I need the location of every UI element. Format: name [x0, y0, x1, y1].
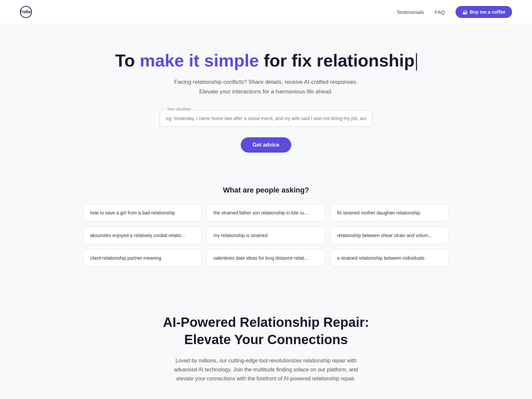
ai-title-line1: AI-Powered Relationship Repair:: [163, 315, 369, 330]
asking-card-7[interactable]: valentines date ideas for long distance …: [206, 249, 325, 267]
ai-title: AI-Powered Relationship Repair: Elevate …: [13, 314, 519, 348]
asking-card-8[interactable]: a strained relationship between individu…: [330, 249, 449, 267]
asking-card-3[interactable]: aksumites enjoyed a relatively cordial r…: [83, 226, 202, 244]
asking-title: What are people asking?: [13, 186, 519, 195]
hero-subtitle: Facing relationship conflicts? Share det…: [13, 77, 519, 97]
hero-cursor: [416, 53, 417, 70]
ai-section: AI-Powered Relationship Repair: Elevate …: [0, 287, 532, 399]
buy-coffee-label: Buy me a coffee: [470, 9, 505, 15]
asking-section: What are people asking? how to save a gi…: [0, 173, 532, 287]
asking-card-2[interactable]: fix strained mother daughter relationshi…: [330, 204, 449, 222]
situation-label: Your situation: [165, 107, 193, 111]
hero-title-suffix: for fix relationship: [259, 51, 415, 70]
logo-circle: FixRel: [20, 6, 32, 18]
nav: Testimonials FAQ ☕ Buy me a coffee: [397, 6, 512, 18]
asking-card-5[interactable]: relationship between shear strain and vo…: [330, 226, 449, 244]
hero-title-accent: make it simple: [140, 51, 259, 70]
header: FixRel Testimonials FAQ ☕ Buy me a coffe…: [0, 0, 532, 24]
ai-subtitle: Loved by millions, our cutting-edge tool…: [166, 356, 366, 383]
asking-card-1[interactable]: the strained father son relationship in …: [206, 204, 325, 222]
hero-subtitle-line2: Elevate your interactions for a harmonio…: [199, 88, 333, 95]
asking-card-6[interactable]: client relationship partner meaning: [83, 249, 202, 267]
asking-grid: how to save a girl from a bad relationsh…: [83, 204, 449, 267]
situation-form: Your situation: [160, 110, 372, 127]
hero-section: To make it simple for fix relationship F…: [0, 24, 532, 173]
hero-title-prefix: To: [115, 51, 140, 70]
hero-subtitle-line1: Facing relationship conflicts? Share det…: [174, 79, 358, 85]
nav-faq[interactable]: FAQ: [435, 9, 445, 15]
nav-testimonials[interactable]: Testimonials: [397, 9, 424, 15]
get-advice-button[interactable]: Get advice: [241, 137, 292, 153]
logo: FixRel: [20, 6, 32, 18]
ai-title-line2: Elevate Your Connections: [184, 332, 348, 347]
buy-coffee-button[interactable]: ☕ Buy me a coffee: [456, 6, 512, 18]
asking-card-0[interactable]: how to save a girl from a bad relationsh…: [83, 204, 202, 222]
asking-card-4[interactable]: my relationship is strained: [206, 226, 325, 244]
buy-coffee-emoji: ☕: [462, 9, 468, 15]
hero-title: To make it simple for fix relationship: [13, 51, 519, 71]
logo-circle-text: FixRel: [20, 10, 32, 14]
situation-input[interactable]: [160, 110, 372, 127]
